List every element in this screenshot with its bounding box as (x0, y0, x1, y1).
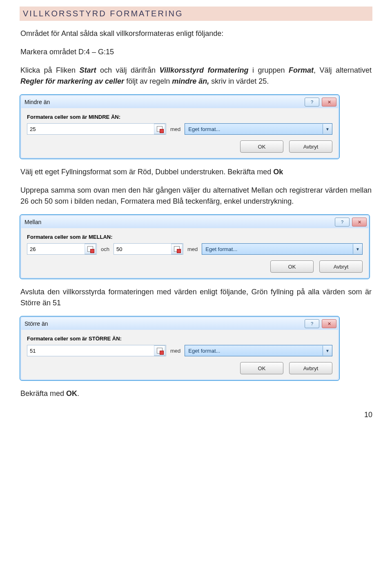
cell-reference-field[interactable] (27, 345, 166, 356)
paragraph: Klicka på Fliken Start och välj därifrån… (20, 65, 372, 87)
cancel-button[interactable]: Avbryt (319, 260, 363, 273)
term-less-than: mindre än, (172, 77, 209, 85)
format-dropdown-text: Eget format... (185, 126, 323, 132)
term-ok: OK (66, 389, 77, 398)
text: Bekräfta med (20, 389, 66, 398)
help-button[interactable]: ? (305, 319, 319, 328)
range-picker-icon (157, 126, 163, 132)
field-label: Formatera celler som är MINDRE ÄN: (27, 114, 332, 120)
paragraph: Upprepa samma som ovan men den här gånge… (20, 185, 372, 207)
paragraph: Området för Antal sålda skall villkorsfo… (20, 28, 372, 39)
cell-reference-field-to[interactable] (114, 243, 183, 255)
close-button[interactable]: ✕ (352, 218, 367, 227)
dialog-title: Mellan (24, 219, 41, 225)
term-conditional-formatting: Villkorsstyrd formatering (160, 66, 249, 74)
question-icon: ? (341, 220, 343, 224)
dialog-between: Mellan ? ✕ Formatera celler som är MELLA… (20, 214, 372, 279)
help-button[interactable]: ? (305, 98, 319, 107)
threshold-input[interactable] (27, 125, 154, 133)
close-icon: ✕ (327, 100, 331, 105)
ok-button[interactable]: OK (240, 362, 283, 374)
cell-reference-field-from[interactable] (27, 243, 97, 255)
term-ok: Ok (273, 168, 283, 176)
range-picker-button[interactable] (171, 244, 183, 254)
label-with: med (187, 246, 198, 252)
text: följt av regeln (124, 77, 172, 85)
text: i gruppen (248, 66, 289, 74)
question-icon: ? (311, 321, 313, 326)
field-label: Formatera celler som är STÖRRE ÄN: (27, 336, 332, 342)
term-start: Start (80, 66, 96, 74)
dialog-less-than: Mindre än ? ✕ Formatera celler som är MI… (20, 94, 372, 159)
paragraph: Markera området D:4 – G:15 (20, 47, 372, 58)
text: . (77, 389, 79, 398)
to-input[interactable] (114, 245, 171, 253)
range-picker-button[interactable] (154, 345, 165, 356)
range-picker-icon (87, 246, 93, 252)
chevron-down-icon: ▼ (323, 346, 332, 356)
label-and: och (101, 246, 109, 252)
question-icon: ? (311, 100, 313, 104)
page-number: 10 (20, 411, 372, 419)
help-button[interactable]: ? (335, 218, 350, 227)
range-picker-button[interactable] (85, 244, 96, 254)
text: , Välj alternativet (314, 66, 372, 74)
close-icon: ✕ (358, 220, 361, 225)
range-picker-icon (157, 348, 163, 353)
term-format: Format (289, 66, 314, 74)
term-highlight-rules: Regler för markering av celler (20, 77, 124, 85)
dialog-title: Större än (24, 320, 48, 327)
titlebar: Mellan ? ✕ (21, 216, 368, 228)
cancel-button[interactable]: Avbryt (289, 362, 332, 374)
text: och välj därifrån (96, 66, 160, 74)
paragraph: Välj ett eget Fyllningsformat som är Röd… (20, 167, 372, 178)
format-dropdown[interactable]: Eget format... ▼ (202, 243, 363, 255)
format-dropdown-text: Eget format... (185, 348, 323, 354)
paragraph: Bekräfta med OK. (20, 388, 372, 399)
ok-button[interactable]: OK (240, 140, 283, 153)
titlebar: Mindre än ? ✕ (21, 96, 338, 108)
range-picker-button[interactable] (154, 124, 165, 134)
format-dropdown[interactable]: Eget format... ▼ (185, 123, 332, 135)
format-dropdown[interactable]: Eget format... ▼ (185, 345, 332, 356)
text: Välj ett eget Fyllningsformat som är Röd… (20, 168, 273, 176)
threshold-input[interactable] (27, 347, 154, 355)
label-with: med (170, 126, 180, 132)
dialog-greater-than: Större än ? ✕ Formatera celler som är ST… (20, 316, 372, 381)
cell-reference-field[interactable] (27, 123, 166, 135)
text: skriv in värdet 25. (209, 77, 269, 85)
ok-button[interactable]: OK (270, 260, 314, 273)
chevron-down-icon: ▼ (353, 244, 362, 254)
close-button[interactable]: ✕ (322, 98, 336, 107)
format-dropdown-text: Eget format... (202, 246, 353, 252)
section-heading: VILLKORSSTYRD FORMATERING (20, 7, 372, 21)
close-icon: ✕ (327, 321, 331, 327)
text: Klicka på Fliken (20, 66, 80, 74)
range-picker-icon (174, 246, 180, 252)
label-with: med (170, 348, 180, 354)
chevron-down-icon: ▼ (323, 124, 332, 134)
dialog-title: Mindre än (24, 99, 50, 105)
paragraph: Avsluta den villkorsstyrda formateringen… (20, 287, 372, 309)
field-label: Formatera celler som är MELLAN: (27, 234, 363, 240)
titlebar: Större än ? ✕ (21, 318, 338, 330)
from-input[interactable] (27, 245, 85, 253)
cancel-button[interactable]: Avbryt (289, 140, 332, 153)
close-button[interactable]: ✕ (322, 319, 336, 328)
